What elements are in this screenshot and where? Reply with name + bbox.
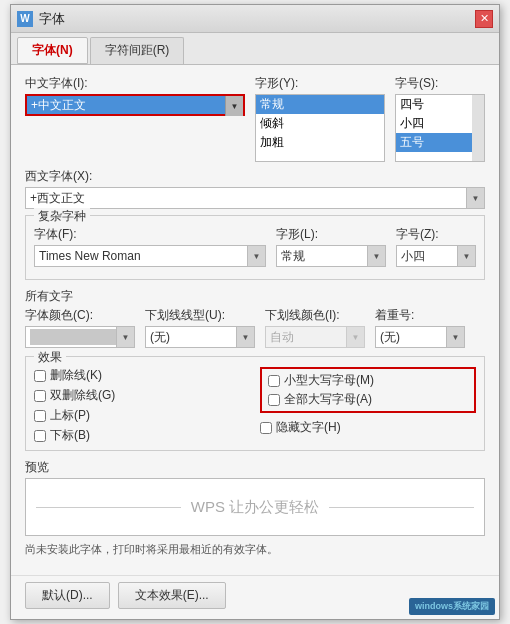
close-button[interactable]: ✕ [475, 10, 493, 28]
complex-shape-group: 字形(L): 常规 ▼ [276, 226, 386, 267]
tab-bar: 字体(N) 字符间距(R) [11, 33, 499, 65]
effects-left: 删除线(K) 双删除线(G) 上标(P) 下标(B) [34, 367, 250, 444]
underline-arrow[interactable]: ▼ [236, 327, 254, 347]
size-item-5[interactable]: 五号 [396, 133, 484, 152]
complex-font-label: 字体(F): [34, 226, 266, 243]
color-swatch [30, 329, 130, 345]
title-controls: ✕ [475, 10, 493, 28]
tab-char-spacing[interactable]: 字符间距(R) [90, 37, 185, 64]
shape-item-italic[interactable]: 倾斜 [256, 114, 384, 133]
underline-color-arrow: ▼ [346, 327, 364, 347]
color-select[interactable]: ▼ [25, 326, 135, 348]
preview-section: 预览 WPS 让办公更轻松 [25, 459, 485, 536]
complex-size-arrow[interactable]: ▼ [457, 246, 475, 266]
complex-row: 字体(F): Times New Roman ▼ 字形(L): 常规 ▼ 字号(… [34, 226, 476, 267]
size-listbox[interactable]: 四号 小四 五号 [395, 94, 485, 162]
chinese-font-label: 中文字体(I): [25, 75, 245, 92]
western-font-group: 西文字体(X): +西文正文 ▼ [25, 168, 485, 209]
double-strikethrough-checkbox[interactable] [34, 390, 46, 402]
effects-right: 小型大写字母(M) 全部大写字母(A) 隐藏文字(H) [260, 367, 476, 444]
complex-section: 复杂字种 字体(F): Times New Roman ▼ 字形(L): 常规 … [25, 215, 485, 280]
emphasis-arrow[interactable]: ▼ [446, 327, 464, 347]
text-effects-button[interactable]: 文本效果(E)... [118, 582, 226, 609]
subscript-checkbox[interactable] [34, 430, 46, 442]
shape-item-bold[interactable]: 加粗 [256, 133, 384, 152]
effects-section: 效果 删除线(K) 双删除线(G) 上标(P) [25, 356, 485, 451]
size-item-4[interactable]: 四号 [396, 95, 484, 114]
effects-title: 效果 [34, 349, 66, 366]
double-strikethrough-row: 双删除线(G) [34, 387, 250, 404]
highlighted-checkboxes-group: 小型大写字母(M) 全部大写字母(A) [260, 367, 476, 413]
western-font-label: 西文字体(X): [25, 168, 485, 185]
double-strikethrough-label: 双删除线(G) [50, 387, 115, 404]
preview-label: 预览 [25, 459, 485, 476]
shape-group: 字形(Y): 常规 倾斜 加粗 [255, 75, 385, 162]
strikethrough-label: 删除线(K) [50, 367, 102, 384]
color-group: 字体颜色(C): ▼ [25, 307, 135, 348]
all-text-section: 所有文字 字体颜色(C): ▼ 下划线线型(U): (无) ▼ [25, 288, 485, 348]
tab-font[interactable]: 字体(N) [17, 37, 88, 64]
all-text-row: 字体颜色(C): ▼ 下划线线型(U): (无) ▼ 下划线颜色(I): [25, 307, 485, 348]
complex-shape-arrow[interactable]: ▼ [367, 246, 385, 266]
note-text: 尚未安装此字体，打印时将采用最相近的有效字体。 [25, 542, 485, 557]
complex-size-group: 字号(Z): 小四 ▼ [396, 226, 476, 267]
title-bar: W 字体 ✕ [11, 5, 499, 33]
all-caps-row: 全部大写字母(A) [268, 391, 468, 408]
font-dialog: W 字体 ✕ 字体(N) 字符间距(R) 中文字体(I): +中文正文 ▼ 字形… [10, 4, 500, 620]
western-font-row: 西文字体(X): +西文正文 ▼ [25, 168, 485, 209]
underline-color-label: 下划线颜色(I): [265, 307, 365, 324]
strikethrough-checkbox[interactable] [34, 370, 46, 382]
title-bar-left: W 字体 [17, 10, 65, 28]
watermark-text: windows系统家园 [415, 600, 489, 613]
complex-size-label: 字号(Z): [396, 226, 476, 243]
complex-font-group: 字体(F): Times New Roman ▼ [34, 226, 266, 267]
emphasis-group: 着重号: (无) ▼ [375, 307, 465, 348]
all-caps-checkbox[interactable] [268, 394, 280, 406]
underline-label: 下划线线型(U): [145, 307, 255, 324]
size-label: 字号(S): [395, 75, 485, 92]
superscript-checkbox[interactable] [34, 410, 46, 422]
hidden-text-row: 隐藏文字(H) [260, 419, 476, 436]
preview-text: WPS 让办公更轻松 [181, 498, 329, 517]
complex-shape-label: 字形(L): [276, 226, 386, 243]
subscript-row: 下标(B) [34, 427, 250, 444]
preview-box: WPS 让办公更轻松 [25, 478, 485, 536]
size-item-small4[interactable]: 小四 [396, 114, 484, 133]
shape-label: 字形(Y): [255, 75, 385, 92]
underline-group: 下划线线型(U): (无) ▼ [145, 307, 255, 348]
small-caps-row: 小型大写字母(M) [268, 372, 468, 389]
complex-font-value: Times New Roman [35, 249, 265, 263]
chinese-font-arrow[interactable]: ▼ [225, 96, 243, 116]
chinese-font-group: 中文字体(I): +中文正文 ▼ [25, 75, 245, 162]
color-label: 字体颜色(C): [25, 307, 135, 324]
font-row: 中文字体(I): +中文正文 ▼ 字形(Y): 常规 倾斜 加粗 字号(S): … [25, 75, 485, 162]
subscript-label: 下标(B) [50, 427, 90, 444]
shape-item-regular[interactable]: 常规 [256, 95, 384, 114]
chinese-font-value: +中文正文 [31, 97, 239, 114]
superscript-label: 上标(P) [50, 407, 90, 424]
emphasis-label: 着重号: [375, 307, 465, 324]
small-caps-checkbox[interactable] [268, 375, 280, 387]
underline-color-group: 下划线颜色(I): 自动 ▼ [265, 307, 365, 348]
small-caps-label: 小型大写字母(M) [284, 372, 374, 389]
all-text-label: 所有文字 [25, 288, 485, 305]
watermark: windows系统家园 [409, 598, 495, 615]
all-caps-label: 全部大写字母(A) [284, 391, 372, 408]
color-arrow[interactable]: ▼ [116, 327, 134, 347]
hidden-text-checkbox[interactable] [260, 422, 272, 434]
superscript-row: 上标(P) [34, 407, 250, 424]
shape-listbox[interactable]: 常规 倾斜 加粗 [255, 94, 385, 162]
western-font-arrow[interactable]: ▼ [466, 188, 484, 208]
bottom-buttons: 默认(D)... 文本效果(E)... windows系统家园 [11, 575, 499, 619]
dialog-icon: W [17, 11, 33, 27]
hidden-text-label: 隐藏文字(H) [276, 419, 341, 436]
strikethrough-row: 删除线(K) [34, 367, 250, 384]
size-scrollbar[interactable] [472, 95, 484, 161]
dialog-content: 中文字体(I): +中文正文 ▼ 字形(Y): 常规 倾斜 加粗 字号(S): … [11, 65, 499, 575]
complex-section-title: 复杂字种 [34, 208, 90, 225]
effects-content: 删除线(K) 双删除线(G) 上标(P) 下标(B) [34, 367, 476, 444]
default-button[interactable]: 默认(D)... [25, 582, 110, 609]
complex-font-arrow[interactable]: ▼ [247, 246, 265, 266]
size-group: 字号(S): 四号 小四 五号 [395, 75, 485, 162]
preview-line-right [329, 507, 474, 508]
